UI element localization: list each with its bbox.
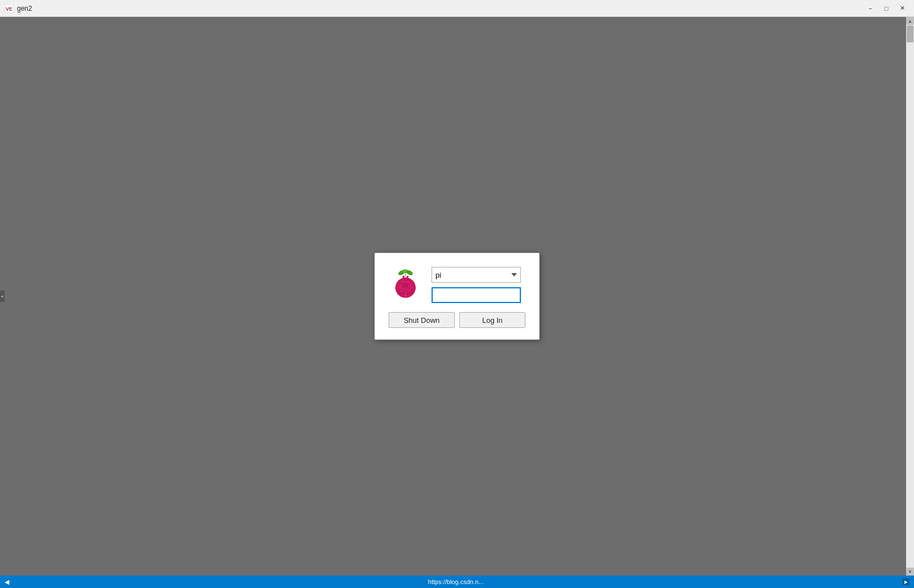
svg-point-20 bbox=[399, 286, 402, 289]
login-dialog: pi Shut Down Log In bbox=[374, 253, 540, 340]
close-button[interactable]: ✕ bbox=[895, 3, 909, 14]
shutdown-button[interactable]: Shut Down bbox=[389, 312, 455, 328]
svg-text:E: E bbox=[9, 6, 12, 12]
svg-point-23 bbox=[404, 295, 407, 297]
left-sidebar-indicator[interactable]: « bbox=[0, 291, 5, 302]
svg-point-19 bbox=[409, 286, 412, 289]
status-scroll-right[interactable]: ▶ bbox=[903, 578, 909, 585]
scroll-track bbox=[906, 25, 914, 568]
dialog-buttons: Shut Down Log In bbox=[389, 312, 525, 328]
title-bar: V E gen2 − □ ✕ bbox=[0, 0, 914, 17]
username-dropdown[interactable]: pi bbox=[432, 267, 521, 283]
window-title: gen2 bbox=[17, 5, 32, 12]
password-input[interactable] bbox=[432, 287, 521, 303]
svg-point-15 bbox=[400, 283, 403, 287]
minimize-button[interactable]: − bbox=[863, 3, 878, 14]
right-scrollbar: ▲ ▼ bbox=[906, 17, 914, 576]
title-bar-left: V E gen2 bbox=[5, 4, 32, 13]
svg-point-22 bbox=[400, 289, 403, 292]
dialog-fields: pi bbox=[432, 267, 525, 303]
svg-point-17 bbox=[402, 280, 404, 283]
dialog-top: pi bbox=[389, 267, 525, 303]
svg-point-11 bbox=[404, 280, 407, 284]
raspberry-pi-logo bbox=[389, 268, 422, 302]
svg-point-21 bbox=[408, 289, 411, 292]
scroll-down-arrow[interactable]: ▼ bbox=[906, 568, 914, 576]
scroll-up-arrow[interactable]: ▲ bbox=[906, 17, 914, 25]
svg-point-18 bbox=[407, 280, 409, 283]
login-button[interactable]: Log In bbox=[459, 312, 525, 328]
svg-point-16 bbox=[404, 291, 407, 294]
svg-point-25 bbox=[407, 276, 409, 278]
app-icon: V E bbox=[5, 4, 14, 13]
window-controls: − □ ✕ bbox=[863, 3, 909, 14]
svg-point-24 bbox=[403, 276, 405, 278]
main-content: « bbox=[0, 17, 914, 576]
status-bar: ◀ https://blog.csdn.n... ▶ bbox=[0, 576, 914, 588]
status-bar-left-text: ◀ bbox=[5, 578, 9, 586]
scroll-thumb[interactable] bbox=[907, 25, 913, 42]
status-scroll-left[interactable]: ◀ bbox=[5, 578, 9, 585]
svg-point-12 bbox=[408, 283, 411, 287]
status-bar-url: https://blog.csdn.n... bbox=[428, 578, 484, 585]
maximize-button[interactable]: □ bbox=[879, 3, 894, 14]
